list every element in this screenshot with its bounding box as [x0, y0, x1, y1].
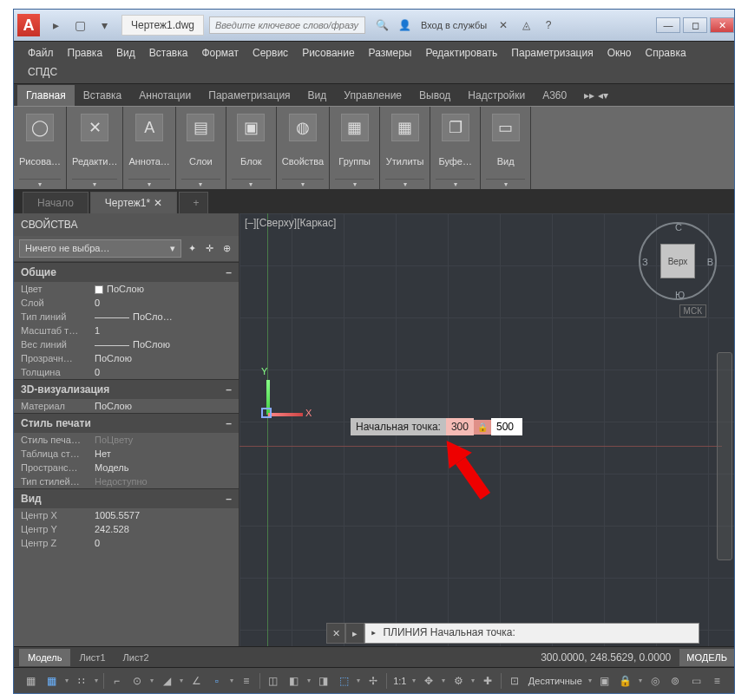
props-value[interactable]: 0	[95, 298, 232, 308]
isoplane-icon[interactable]: ◢	[157, 671, 176, 690]
menu-вид[interactable]: Вид	[109, 43, 142, 62]
exchange-icon[interactable]: ✕	[495, 16, 512, 34]
model-button[interactable]: МОДЕЛЬ	[679, 649, 734, 666]
ribbon-more-icon[interactable]: ▸▸ ◂▾	[575, 85, 616, 106]
scale-label[interactable]: 1:1	[390, 676, 410, 686]
layout-tab[interactable]: Лист1	[70, 649, 114, 666]
menu-параметризация[interactable]: Параметризация	[504, 43, 600, 62]
ribbon-tab[interactable]: Вид	[299, 85, 336, 106]
panel-expand-icon[interactable]: ▾	[282, 179, 324, 189]
polar-icon[interactable]: ⊙	[128, 671, 147, 690]
viewcube-top[interactable]: Верх	[660, 244, 695, 278]
drop-icon[interactable]: ▾	[62, 677, 71, 684]
lineweight-icon[interactable]: ≡	[237, 671, 256, 690]
menu-файл[interactable]: Файл	[21, 43, 61, 62]
panel-icon[interactable]: ▭	[492, 114, 520, 141]
props-row[interactable]: Центр X1005.5577	[14, 508, 239, 522]
props-section-header[interactable]: Вид–	[14, 488, 239, 508]
props-row[interactable]: Стиль печа…ПоЦвету	[14, 433, 239, 447]
ortho-icon[interactable]: ⌐	[108, 671, 127, 690]
ribbon-tab[interactable]: Вставка	[75, 85, 131, 106]
menu-редактировать[interactable]: Редактировать	[418, 43, 504, 62]
lock-ui-icon[interactable]: 🔒	[616, 671, 635, 690]
annotation-monitor-icon[interactable]: ✚	[478, 671, 497, 690]
ribbon-tab[interactable]: Вывод	[410, 85, 459, 106]
props-section-header[interactable]: Стиль печати–	[14, 413, 239, 433]
selection-dropdown[interactable]: Ничего не выбра…▾	[19, 239, 181, 258]
panel-icon[interactable]: ▦	[341, 114, 369, 141]
panel-expand-icon[interactable]: ▾	[181, 179, 220, 189]
props-value[interactable]: Недоступно	[95, 476, 232, 487]
document-tab[interactable]: Чертеж1* ✕	[90, 192, 177, 213]
menu-вставка[interactable]: Вставка	[142, 43, 195, 62]
props-value[interactable]: Нет	[95, 448, 232, 459]
panel-icon[interactable]: ◍	[289, 114, 317, 141]
props-value[interactable]: 0	[95, 367, 232, 377]
units-label[interactable]: Десятичные	[525, 676, 586, 686]
otrack-icon[interactable]: ∠	[187, 671, 206, 690]
props-value[interactable]: ПоСло…	[95, 311, 232, 322]
props-value[interactable]: 0	[95, 538, 232, 548]
ribbon-tab[interactable]: Главная	[17, 85, 75, 106]
menu-справка[interactable]: Справка	[639, 43, 693, 62]
ucs-label[interactable]: МСК	[679, 304, 706, 317]
props-value[interactable]: ПоСлою	[95, 353, 232, 363]
menu-спдс[interactable]: СПДС	[21, 62, 64, 82]
props-row[interactable]: Таблица ст…Нет	[14, 447, 239, 461]
model-space-icon[interactable]: ▦	[22, 671, 41, 690]
ribbon-tab[interactable]: Надстройки	[459, 85, 534, 106]
panel-expand-icon[interactable]: ▾	[486, 179, 525, 189]
user-icon[interactable]: 👤	[396, 16, 413, 34]
clean-screen-icon[interactable]: ▭	[686, 671, 705, 690]
props-row[interactable]: Центр Z0	[14, 536, 239, 550]
props-row[interactable]: Пространс…Модель	[14, 461, 239, 474]
3dosnap-icon[interactable]: ◨	[314, 671, 333, 690]
panel-expand-icon[interactable]: ▾	[385, 179, 424, 189]
panel-icon[interactable]: ▤	[187, 114, 214, 141]
new-doc-icon[interactable]: ▢	[69, 15, 90, 36]
units-icon[interactable]: ⊡	[505, 671, 524, 690]
quick-props-icon[interactable]: ▣	[595, 671, 614, 690]
props-value[interactable]: ПоЦвету	[95, 435, 232, 445]
cycling-icon[interactable]: ◧	[285, 671, 304, 690]
props-value[interactable]: ПоСлою	[95, 284, 232, 294]
props-row[interactable]: Масштаб т…1	[14, 324, 239, 337]
open-icon[interactable]: ▾	[94, 15, 115, 36]
props-value[interactable]: 1005.5577	[95, 510, 232, 520]
props-value[interactable]: 242.528	[95, 524, 232, 534]
quick-select-icon[interactable]: ✦	[185, 242, 199, 256]
drawing-canvas[interactable]: [–][Сверху][Каркас] Верх С Ю В З МСК Y X…	[239, 213, 734, 646]
command-input[interactable]: ▸ ПЛИНИЯ Начальная точка:	[364, 623, 699, 644]
menu-окно[interactable]: Окно	[600, 43, 639, 62]
props-row[interactable]: Слой0	[14, 296, 239, 310]
help-icon[interactable]: ?	[540, 16, 557, 34]
close-button[interactable]: ✕	[710, 17, 734, 33]
dynamic-input-icon[interactable]: ✢	[364, 671, 383, 690]
workspace-icon[interactable]: ⚙	[449, 671, 468, 690]
app-menu-icon[interactable]: A	[17, 14, 40, 36]
props-row[interactable]: Центр Y242.528	[14, 522, 239, 536]
navigation-bar[interactable]	[717, 352, 732, 560]
panel-expand-icon[interactable]: ▾	[19, 179, 61, 189]
close-tab-icon[interactable]: ✕	[150, 197, 161, 209]
isolate-icon[interactable]: ◎	[646, 671, 665, 690]
a360-icon[interactable]: ◬	[517, 16, 535, 34]
panel-icon[interactable]: ▦	[391, 114, 419, 141]
dynamic-input-y[interactable]: 500	[491, 418, 522, 435]
menu-размеры[interactable]: Размеры	[362, 43, 419, 62]
pick-add-icon[interactable]: ✛	[202, 242, 216, 256]
props-value[interactable]: ПоСлою	[95, 339, 232, 350]
search-icon[interactable]: 🔍	[373, 16, 390, 34]
add-tab-button[interactable]: +	[179, 192, 208, 213]
viewport-label[interactable]: [–][Сверху][Каркас]	[245, 217, 336, 229]
props-value[interactable]: Модель	[95, 462, 232, 473]
menu-сервис[interactable]: Сервис	[246, 43, 295, 62]
panel-expand-icon[interactable]: ▾	[335, 179, 374, 189]
snap-icon[interactable]: ∷	[72, 671, 91, 690]
ribbon-tab[interactable]: Аннотации	[130, 85, 200, 106]
dynamic-input-x[interactable]: 300	[446, 418, 474, 435]
osnap-icon[interactable]: ▫	[207, 671, 226, 690]
panel-expand-icon[interactable]: ▾	[232, 179, 271, 189]
signin-link[interactable]: Вход в службы	[421, 20, 487, 30]
viewcube[interactable]: Верх С Ю В З	[639, 222, 717, 300]
